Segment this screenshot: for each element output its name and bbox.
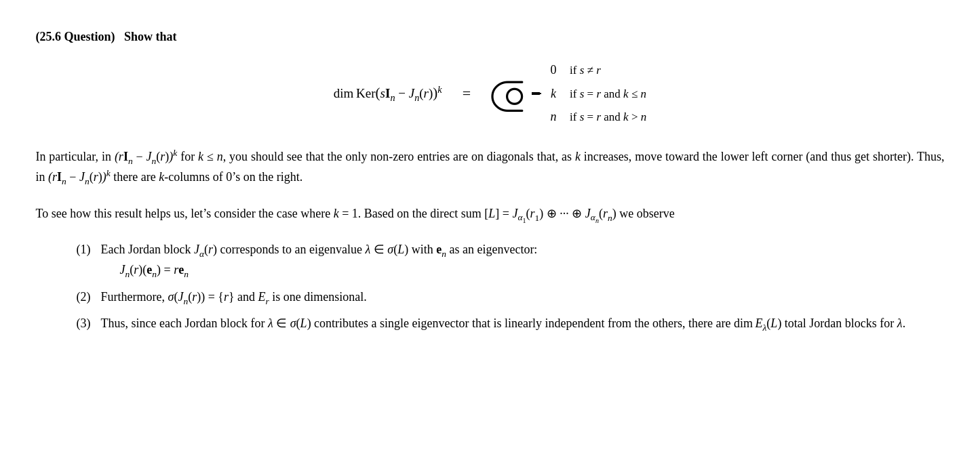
case-row-3: n if s = r and k > n [548, 107, 646, 127]
formula-equals: = [463, 81, 471, 105]
header-intro: Show that [118, 30, 177, 43]
list-item-2: (2) Furthermore, σ(Jn(r)) = {r} and Er i… [77, 287, 945, 308]
list-text-2: Furthermore, σ(Jn(r)) = {r} and Er is on… [101, 287, 945, 308]
list-number-3: (3) [77, 314, 96, 334]
case-value-2: k [548, 84, 559, 104]
case-value-1: 0 [548, 60, 559, 80]
paragraph-1: In particular, in (rIn − Jn(r))k for k ≤… [36, 147, 945, 187]
list-item-3: (3) Thus, since each Jordan block for λ … [77, 314, 945, 334]
question-number: (25.6 Question) [36, 30, 115, 43]
case-value-3: n [548, 107, 559, 127]
case-condition-1: if s ≠ r [570, 61, 601, 79]
question-header: (25.6 Question) Show that [36, 27, 945, 47]
case-row-2: k if s = r and k ≤ n [548, 84, 646, 104]
left-brace: ⟃ [491, 66, 524, 121]
case-condition-3: if s = r and k > n [570, 108, 646, 126]
numbered-list: (1) Each Jordan block Jα(r) corresponds … [77, 240, 945, 334]
case-condition-2: if s = r and k ≤ n [570, 85, 646, 103]
list-text-3: Thus, since each Jordan block for λ ∈ σ(… [101, 314, 945, 334]
list-text-1: Each Jordan block Jα(r) corresponds to a… [101, 240, 945, 280]
formula-lhs: dim Ker(sIn − Jn(r))k [334, 82, 442, 104]
cases-list: 0 if s ≠ r k if s = r and k ≤ n n if s =… [548, 60, 646, 127]
case-row-1: 0 if s ≠ r [548, 60, 646, 80]
list-item-1: (1) Each Jordan block Jα(r) corresponds … [77, 240, 945, 280]
paragraph-2: To see how this result helps us, let’s c… [36, 204, 945, 224]
list-number-1: (1) [77, 240, 96, 280]
page-content: (25.6 Question) Show that dim Ker(sIn − … [36, 27, 945, 334]
formula-block: dim Ker(sIn − Jn(r))k = ⟃ 0 if s ≠ r k i… [36, 60, 945, 127]
formula-cases: ⟃ 0 if s ≠ r k if s = r and k ≤ n n if [491, 60, 646, 127]
list-number-2: (2) [77, 287, 96, 308]
